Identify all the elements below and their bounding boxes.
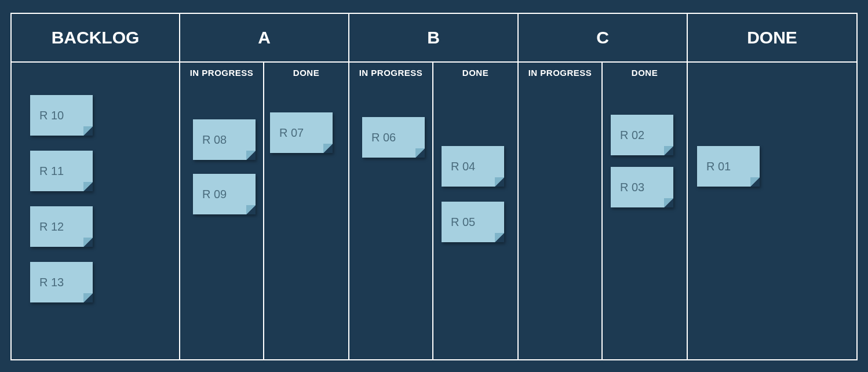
card[interactable]: R 10 — [30, 95, 93, 136]
column-a: A IN PROGRESS R 08 R 09 DONE R 07 — [180, 14, 349, 359]
card-list-b-done: R 04 R 05 — [433, 82, 517, 242]
column-header-a: A — [180, 14, 348, 63]
column-c: C IN PROGRESS DONE R 02 R 03 — [519, 14, 688, 359]
subcolumn-header: DONE — [264, 63, 348, 82]
subcolumn-c-in-progress: IN PROGRESS — [519, 63, 603, 359]
subcolumn-b-in-progress: IN PROGRESS R 06 — [349, 63, 433, 359]
card[interactable]: R 02 — [611, 115, 673, 155]
column-header-backlog: BACKLOG — [12, 14, 179, 63]
card[interactable]: R 13 — [30, 262, 93, 302]
subcolumn-header: IN PROGRESS — [180, 63, 263, 82]
card-list-a-in-progress: R 08 R 09 — [180, 82, 263, 214]
column-backlog: BACKLOG R 10 R 11 R 12 R 13 — [12, 14, 180, 359]
kanban-board: BACKLOG R 10 R 11 R 12 R 13 A IN PROGRES… — [10, 13, 858, 360]
subcolumn-a-done: DONE R 07 — [264, 63, 348, 359]
card[interactable]: R 06 — [362, 117, 425, 158]
subcolumn-b-done: DONE R 04 R 05 — [433, 63, 517, 359]
card[interactable]: R 03 — [611, 167, 673, 207]
card-list-backlog: R 10 R 11 R 12 R 13 — [12, 63, 179, 302]
card-list-a-done: R 07 — [264, 82, 348, 153]
column-body-a: IN PROGRESS R 08 R 09 DONE R 07 — [180, 63, 348, 359]
column-header-c: C — [519, 14, 687, 63]
card[interactable]: R 07 — [270, 112, 333, 153]
subcolumn-header: DONE — [433, 63, 517, 82]
column-done: DONE R 01 — [688, 14, 856, 359]
card-list-c-in-progress — [519, 82, 601, 87]
card-list-done: R 01 — [688, 63, 856, 187]
card[interactable]: R 04 — [442, 146, 504, 187]
card-list-b-in-progress: R 06 — [349, 82, 432, 158]
subcolumn-header: IN PROGRESS — [519, 63, 601, 82]
subcolumn-header: IN PROGRESS — [349, 63, 432, 82]
card[interactable]: R 08 — [193, 119, 256, 160]
card[interactable]: R 05 — [442, 202, 504, 242]
column-body-done: R 01 — [688, 63, 856, 359]
column-header-done: DONE — [688, 14, 856, 63]
column-body-backlog: R 10 R 11 R 12 R 13 — [12, 63, 179, 359]
column-body-c: IN PROGRESS DONE R 02 R 03 — [519, 63, 687, 359]
column-body-b: IN PROGRESS R 06 DONE R 04 R 05 — [349, 63, 517, 359]
card[interactable]: R 01 — [697, 146, 760, 187]
card[interactable]: R 12 — [30, 206, 93, 247]
subcolumn-a-in-progress: IN PROGRESS R 08 R 09 — [180, 63, 264, 359]
card[interactable]: R 11 — [30, 151, 93, 191]
card-list-c-done: R 02 R 03 — [603, 82, 687, 207]
column-b: B IN PROGRESS R 06 DONE R 04 R 05 — [349, 14, 519, 359]
card[interactable]: R 09 — [193, 174, 256, 214]
column-header-b: B — [349, 14, 517, 63]
subcolumn-header: DONE — [603, 63, 687, 82]
subcolumn-c-done: DONE R 02 R 03 — [603, 63, 687, 359]
